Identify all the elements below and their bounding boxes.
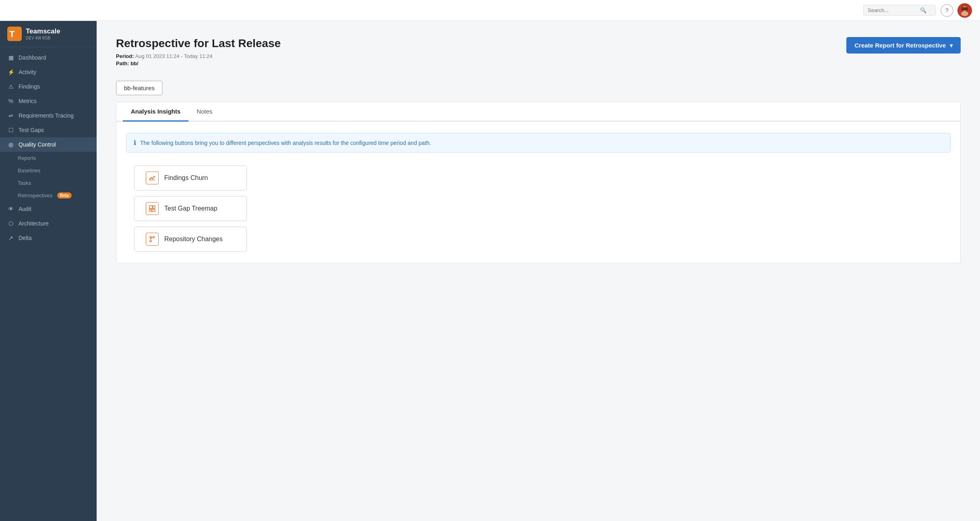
page-title-block: Retrospective for Last Release Period: A… bbox=[116, 37, 281, 68]
sidebar-item-tasks[interactable]: Tasks bbox=[18, 177, 97, 189]
sidebar-item-findings[interactable]: ⚠ Findings bbox=[0, 79, 97, 94]
branch-name: bb-features bbox=[124, 85, 155, 91]
info-banner-text: The following buttons bring you to diffe… bbox=[140, 140, 431, 146]
create-report-button[interactable]: Create Report for Retrospective ▾ bbox=[846, 37, 961, 54]
sidebar: T Teamscale DEV 4W 8GB ▦ Dashboard ⚡ Act… bbox=[0, 21, 97, 521]
tab-bar: Analysis Insights Notes bbox=[116, 102, 960, 122]
action-buttons: Findings Churn Test Gap Treemap Reposito… bbox=[126, 165, 951, 252]
findings-churn-button[interactable]: Findings Churn bbox=[134, 165, 247, 190]
svg-point-11 bbox=[150, 236, 151, 238]
delta-icon: ↗ bbox=[7, 235, 14, 241]
branch-selector[interactable]: bb-features bbox=[116, 81, 163, 95]
activity-icon: ⚡ bbox=[7, 69, 14, 75]
sidebar-sub-label: Retrospectives bbox=[18, 192, 52, 198]
info-banner: ℹ The following buttons bring you to dif… bbox=[126, 133, 951, 153]
sidebar-item-label: Delta bbox=[19, 235, 32, 241]
quality-control-icon: ◎ bbox=[7, 141, 14, 148]
sidebar-item-retrospectives[interactable]: Retrospectives Beta bbox=[18, 189, 97, 202]
svg-rect-10 bbox=[152, 209, 155, 211]
tab-content-analysis: ℹ The following buttons bring you to dif… bbox=[116, 122, 960, 263]
sidebar-sub-label: Reports bbox=[18, 155, 36, 161]
page-title: Retrospective for Last Release bbox=[116, 37, 281, 50]
chevron-down-icon: ▾ bbox=[950, 42, 953, 49]
svg-point-13 bbox=[153, 236, 155, 238]
page-path: Path: bb/ bbox=[116, 60, 281, 66]
sidebar-sub-menu: Reports Baselines Tasks Retrospectives B… bbox=[0, 152, 97, 202]
findings-churn-label: Findings Churn bbox=[164, 174, 208, 182]
sidebar-item-label: Dashboard bbox=[19, 54, 46, 61]
sidebar-item-metrics[interactable]: % Metrics bbox=[0, 94, 97, 108]
sidebar-sub-label: Baselines bbox=[18, 167, 40, 174]
content-panel: Analysis Insights Notes ℹ The following … bbox=[116, 102, 961, 263]
findings-churn-icon bbox=[146, 172, 159, 184]
tab-notes[interactable]: Notes bbox=[188, 102, 220, 122]
search-bar[interactable]: 🔍 bbox=[863, 5, 936, 16]
svg-point-12 bbox=[150, 240, 151, 242]
test-gap-treemap-icon bbox=[146, 202, 159, 215]
create-report-label: Create Report for Retrospective bbox=[854, 42, 946, 49]
path-value: bb/ bbox=[130, 60, 139, 66]
audit-icon: 👁 bbox=[7, 206, 14, 212]
metrics-icon: % bbox=[7, 98, 14, 104]
sidebar-item-label: Findings bbox=[19, 83, 40, 90]
repository-changes-icon bbox=[146, 233, 159, 246]
sidebar-item-label: Requirements Tracing bbox=[19, 112, 74, 119]
sidebar-item-label: Architecture bbox=[19, 220, 49, 227]
repository-changes-button[interactable]: Repository Changes bbox=[134, 227, 247, 252]
sidebar-item-delta[interactable]: ↗ Delta bbox=[0, 231, 97, 245]
sidebar-item-label: Metrics bbox=[19, 98, 37, 104]
sidebar-item-label: Audit bbox=[19, 206, 31, 212]
sidebar-logo-text: Teamscale DEV 4W 8GB bbox=[26, 27, 60, 40]
user-avatar[interactable] bbox=[957, 3, 972, 18]
layout: T Teamscale DEV 4W 8GB ▦ Dashboard ⚡ Act… bbox=[0, 21, 980, 521]
repository-changes-label: Repository Changes bbox=[164, 236, 223, 243]
topbar: 🔍 ? bbox=[0, 0, 980, 21]
sidebar-sub-label: Tasks bbox=[18, 180, 31, 186]
sidebar-logo-name: Teamscale bbox=[26, 27, 60, 35]
architecture-icon: ⬡ bbox=[7, 220, 14, 227]
test-gap-treemap-button[interactable]: Test Gap Treemap bbox=[134, 196, 247, 221]
sidebar-item-reports[interactable]: Reports bbox=[18, 152, 97, 164]
search-icon: 🔍 bbox=[920, 7, 926, 13]
help-button[interactable]: ? bbox=[941, 4, 953, 17]
requirements-icon: ⇌ bbox=[7, 112, 14, 119]
info-icon: ℹ bbox=[134, 139, 136, 147]
svg-rect-8 bbox=[153, 206, 155, 209]
sidebar-item-label: Activity bbox=[19, 69, 36, 75]
svg-rect-9 bbox=[149, 209, 151, 211]
period-label: Period: bbox=[116, 53, 134, 59]
search-input[interactable] bbox=[868, 7, 920, 13]
path-label: Path: bbox=[116, 60, 129, 66]
svg-point-2 bbox=[961, 11, 968, 16]
svg-text:T: T bbox=[9, 29, 15, 39]
dashboard-icon: ▦ bbox=[7, 54, 14, 61]
findings-icon: ⚠ bbox=[7, 83, 14, 90]
sidebar-item-activity[interactable]: ⚡ Activity bbox=[0, 65, 97, 79]
svg-rect-3 bbox=[961, 7, 968, 10]
sidebar-item-label: Test Gaps bbox=[19, 127, 44, 133]
sidebar-logo: T Teamscale DEV 4W 8GB bbox=[0, 21, 97, 47]
sidebar-item-quality-control[interactable]: ◎ Quality Control bbox=[0, 137, 97, 152]
tab-analysis-insights[interactable]: Analysis Insights bbox=[123, 102, 188, 122]
sidebar-item-audit[interactable]: 👁 Audit bbox=[0, 202, 97, 216]
beta-badge: Beta bbox=[57, 192, 72, 198]
period-value: Aug 01 2023 11:24 - Today 11:24 bbox=[135, 53, 213, 59]
sidebar-item-baselines[interactable]: Baselines bbox=[18, 164, 97, 177]
test-gaps-icon: ☐ bbox=[7, 127, 14, 133]
sidebar-nav: ▦ Dashboard ⚡ Activity ⚠ Findings % Metr… bbox=[0, 47, 97, 248]
test-gap-treemap-label: Test Gap Treemap bbox=[164, 205, 217, 212]
sidebar-item-test-gaps[interactable]: ☐ Test Gaps bbox=[0, 123, 97, 137]
svg-rect-7 bbox=[149, 206, 152, 209]
sidebar-item-label: Quality Control bbox=[19, 141, 56, 148]
sidebar-item-dashboard[interactable]: ▦ Dashboard bbox=[0, 50, 97, 65]
sidebar-item-requirements[interactable]: ⇌ Requirements Tracing bbox=[0, 108, 97, 123]
sidebar-logo-sub: DEV 4W 8GB bbox=[26, 36, 60, 40]
sidebar-item-architecture[interactable]: ⬡ Architecture bbox=[0, 216, 97, 231]
page-header: Retrospective for Last Release Period: A… bbox=[116, 37, 961, 68]
main-content: Retrospective for Last Release Period: A… bbox=[97, 21, 980, 521]
teamscale-logo-icon: T bbox=[7, 27, 22, 41]
page-period: Period: Aug 01 2023 11:24 - Today 11:24 bbox=[116, 53, 281, 59]
avatar-image bbox=[957, 3, 972, 18]
